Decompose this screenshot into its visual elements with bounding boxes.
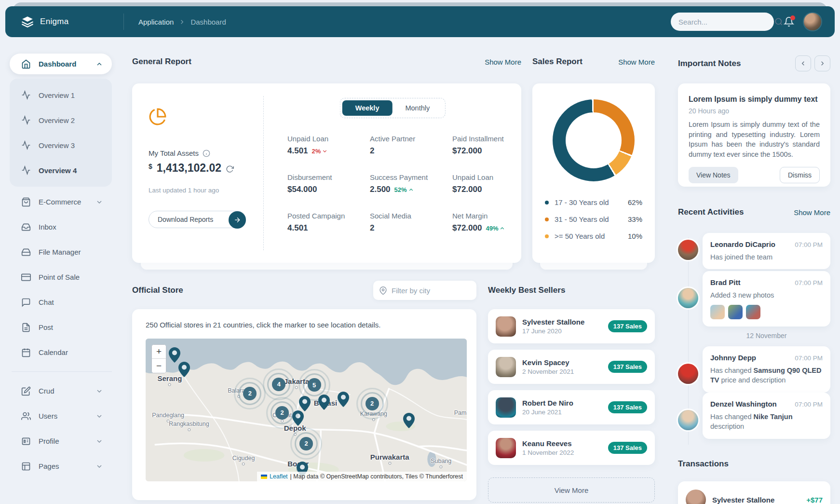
zoom-in-button[interactable]: + (152, 345, 166, 359)
activity-text: Added 3 new photos (710, 290, 823, 300)
seller-row[interactable]: Sylvester Stallone 17 June 2020 137 Sale… (488, 309, 655, 343)
activity-time: 07:00 PM (795, 241, 823, 248)
sidebar-item-users[interactable]: Users (10, 406, 112, 426)
refresh-icon[interactable] (226, 165, 234, 173)
seller-name: Kevin Spacey (522, 358, 574, 367)
seller-date: 1 November 2022 (522, 449, 574, 456)
sidebar-item-label: Point of Sale (39, 273, 80, 281)
search-input[interactable] (678, 18, 774, 26)
tab-monthly[interactable]: Monthly (392, 100, 443, 116)
activity-avatar[interactable] (678, 240, 698, 260)
note-card: Lorem Ipsum is simply dummy text 20 Hour… (678, 83, 830, 187)
map-marker[interactable] (169, 347, 180, 363)
photo-thumbnail[interactable] (710, 305, 725, 319)
dismiss-button[interactable]: Dismiss (780, 167, 820, 183)
search-box[interactable] (671, 13, 774, 31)
map-cluster[interactable]: 4 (272, 378, 285, 391)
sidebar-item-overview-3[interactable]: Overview 3 (10, 133, 112, 158)
sales-report-show-more[interactable]: Show More (618, 58, 655, 66)
sidebar-item-file-manager[interactable]: File Manager (10, 242, 112, 262)
seller-row[interactable]: Kevin Spacey 2 November 2021 137 Sales (488, 350, 655, 384)
sidebar-item-ecommerce[interactable]: E-Commerce (10, 191, 112, 212)
store-description: 250 Official stores in 21 countries, cli… (146, 321, 467, 329)
sidebar-item-post[interactable]: Post (10, 317, 112, 338)
leaflet-link[interactable]: Leaflet (270, 473, 288, 480)
map-cluster[interactable]: 2 (243, 387, 257, 400)
assets-value: $1,413,102.02 (149, 162, 234, 175)
seller-photo (496, 316, 516, 337)
sidebar-item-profile[interactable]: Profile (10, 431, 112, 451)
map-marker[interactable] (178, 362, 190, 377)
photo-thumbnail[interactable] (728, 305, 743, 319)
activity-item[interactable]: Johnny Depp 07:00 PM Has changed Samsung… (703, 346, 830, 393)
sidebar-item-overview-4[interactable]: Overview 4 (10, 158, 112, 183)
seller-row[interactable]: Robert De Niro 20 June 2021 137 Sales (488, 390, 655, 424)
notifications-button[interactable] (784, 16, 794, 27)
activities-show-more[interactable]: Show More (794, 208, 830, 217)
breadcrumb-dashboard[interactable]: Dashboard (190, 18, 226, 26)
sidebar-item-overview-2[interactable]: Overview 2 (10, 108, 112, 133)
map-city-label: Pama (454, 409, 467, 416)
sidebar-item-crud[interactable]: Crud (10, 381, 112, 401)
recent-activities-header: Recent Activities Show More (678, 207, 830, 217)
layout-icon (21, 462, 31, 471)
notes-prev-button[interactable] (795, 55, 811, 71)
map-marker[interactable] (403, 413, 415, 428)
sales-badge: 137 Sales (608, 361, 647, 373)
info-icon[interactable] (203, 150, 210, 157)
view-notes-button[interactable]: View Notes (689, 167, 738, 183)
sidebar-item-label: Dashboard (39, 60, 76, 68)
notes-next-button[interactable] (814, 55, 830, 71)
activity-avatar[interactable] (678, 364, 698, 384)
download-reports-button[interactable]: Download Reports (149, 211, 246, 228)
user-avatar[interactable] (804, 13, 821, 30)
stat-cell: Unpaid Loan 4.501 2% (287, 135, 370, 173)
sidebar-item-label: E-Commerce (39, 198, 81, 206)
activity-avatar[interactable] (678, 288, 698, 308)
sidebar-item-chat[interactable]: Chat (10, 292, 112, 313)
sidebar-item-calendar[interactable]: Calendar (10, 342, 112, 363)
sidebar-item-point-of-sale[interactable]: Point of Sale (10, 267, 112, 287)
activity-item[interactable]: Brad Pitt 07:00 PM Added 3 new photos (703, 271, 830, 327)
filter-city-input[interactable] (392, 286, 471, 295)
zoom-out-button[interactable]: − (152, 359, 166, 373)
filter-by-city-box[interactable] (373, 281, 476, 300)
arrow-right-icon[interactable] (229, 211, 246, 229)
map-cluster[interactable]: 5 (308, 378, 321, 392)
store-map[interactable]: Serang Balaraja Jakarta Bekasi Karawang … (146, 339, 467, 481)
map-marker[interactable] (338, 392, 349, 407)
activity-avatar[interactable] (678, 410, 698, 430)
seller-name: Keanu Reeves (522, 439, 574, 448)
activity-text: Has changed Nike Tanjun description (710, 412, 823, 432)
activity-item[interactable]: Leonardo DiCaprio 07:00 PM Has joined th… (703, 233, 830, 269)
donut-legend: 17 - 30 Years old 62% 31 - 50 Years old … (545, 194, 642, 245)
sales-donut-chart[interactable] (553, 99, 635, 181)
search-icon[interactable] (774, 17, 783, 26)
breadcrumb-application[interactable]: Application (138, 18, 174, 26)
general-report-show-more[interactable]: Show More (485, 58, 521, 66)
sidebar-item-label: Chat (39, 298, 54, 306)
view-more-button[interactable]: View More (488, 477, 655, 503)
seller-row[interactable]: Keanu Reeves 1 November 2022 137 Sales (488, 431, 655, 465)
note-body: Lorem Ipsum is simply dummy text of the … (689, 120, 820, 159)
assets-label-row: My Total Assets (149, 149, 210, 157)
tab-weekly[interactable]: Weekly (342, 100, 393, 116)
sidebar-item-label: Overview 4 (39, 166, 77, 175)
transaction-row[interactable]: Sylvester Stallone +$77 (678, 481, 830, 504)
sidebar-item-inbox[interactable]: Inbox (10, 217, 112, 237)
activity-item[interactable]: Denzel Washington 07:00 PM Has changed N… (703, 393, 830, 439)
city-dot (388, 462, 391, 464)
sidebar-item-overview-1[interactable]: Overview 1 (10, 82, 112, 108)
sidebar-item-dashboard[interactable]: Dashboard (10, 54, 112, 74)
photo-thumbnail[interactable] (746, 305, 760, 319)
map-cluster[interactable]: 2 (275, 406, 289, 420)
stat-label: Success Payment (370, 173, 452, 181)
stat-cell: Disbursement $54.000 (287, 173, 370, 212)
dashboard-submenu: Overview 1 Overview 2 Overview 3 Overvie… (10, 79, 112, 187)
map-cluster[interactable]: 2 (299, 437, 313, 450)
sidebar-item-pages[interactable]: Pages (10, 456, 112, 477)
map-cluster[interactable]: 2 (366, 397, 379, 410)
transactions-header: Transactions (678, 459, 830, 469)
section-title: General Report (132, 57, 191, 67)
brand[interactable]: Enigma (5, 15, 123, 28)
